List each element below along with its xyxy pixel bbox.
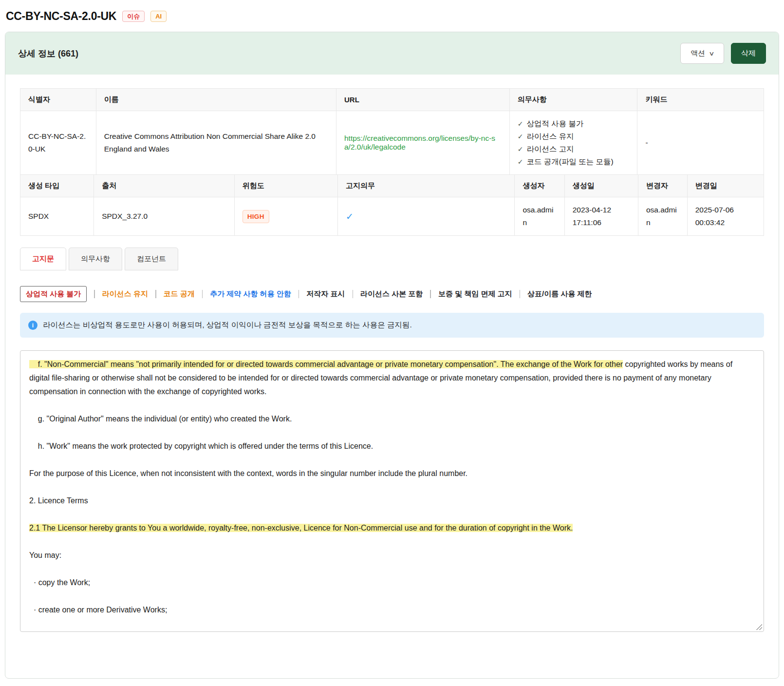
source-cell: SPDX_3.27.0 — [94, 197, 235, 236]
filter-divider — [155, 290, 156, 298]
identifier-cell: CC-BY-NC-SA-2.0-UK — [20, 111, 96, 175]
chevron-down-icon: ∨ — [709, 50, 714, 57]
col-header-name: 이름 — [96, 89, 336, 111]
obligation-item: ✓ 상업적 사용 불가 — [518, 117, 630, 130]
license-paragraph-f: f. "Non-Commercial" means "not primarily… — [29, 358, 755, 399]
creation-type-cell: SPDX — [20, 197, 94, 236]
resize-handle-icon[interactable] — [756, 624, 762, 630]
highlighted-license-text: f. "Non-Commercial" means "not primarily… — [29, 360, 623, 368]
detail-tabs: 고지문 의무사항 컴포넌트 — [20, 248, 764, 270]
tab-obligations[interactable]: 의무사항 — [69, 248, 122, 270]
obligation-item: ✓ 라이선스 유지 — [518, 130, 630, 143]
license-detail-page: CC-BY-NC-SA-2.0-UK 이슈 AI 상세 정보 (661) 액션 … — [0, 0, 784, 684]
panel-body: 식별자 이름 URL 의무사항 키워드 CC-BY-NC-SA-2.0-UK C… — [5, 75, 779, 661]
filter-commercial-use-prohibited[interactable]: 상업적 사용 불가 — [20, 286, 87, 302]
issue-badge[interactable]: 이슈 — [122, 11, 145, 22]
filter-divider — [299, 290, 299, 298]
license-bullet-copy: · copy the Work; — [29, 576, 755, 590]
info-banner: i 라이선스는 비상업적 용도로만 사용이 허용되며, 상업적 이익이나 금전적… — [20, 313, 764, 338]
obligation-label: 코드 공개(파일 또는 모듈) — [526, 155, 613, 168]
filter-divider — [202, 290, 203, 298]
detail-panel: 상세 정보 (661) 액션 ∨ 삭제 식별자 이름 URL — [5, 32, 779, 679]
col-header-creation-type: 생성 타입 — [20, 175, 94, 197]
license-url-link[interactable]: https://creativecommons.org/licenses/by-… — [344, 134, 495, 151]
filter-code-disclosure[interactable]: 코드 공개 — [164, 289, 195, 299]
license-meta-table: 생성 타입 출처 위험도 고지의무 생성자 생성일 변경자 변경일 SPDX S… — [20, 174, 764, 236]
tab-components[interactable]: 컴포넌트 — [125, 248, 178, 270]
col-header-created-at: 생성일 — [564, 175, 638, 197]
col-header-identifier: 식별자 — [20, 89, 96, 111]
meta-table-header-row: 생성 타입 출처 위험도 고지의무 생성자 생성일 변경자 변경일 — [20, 175, 764, 197]
obligation-label: 라이선스 유지 — [526, 130, 574, 143]
col-header-risk: 위험도 — [234, 175, 337, 197]
license-paragraph-h: h. "Work" means the work protected by co… — [29, 439, 755, 453]
page-header: CC-BY-NC-SA-2.0-UK 이슈 AI — [5, 8, 779, 32]
obligation-item: ✓ 라이선스 고지 — [518, 143, 630, 155]
license-info-table: 식별자 이름 URL 의무사항 키워드 CC-BY-NC-SA-2.0-UK C… — [20, 88, 764, 175]
filter-trademark-name-restriction[interactable]: 상표/이름 사용 제한 — [527, 289, 592, 299]
obligations-cell: ✓ 상업적 사용 불가 ✓ 라이선스 유지 ✓ 라이선스 고지 — [509, 111, 637, 175]
ai-badge[interactable]: AI — [150, 11, 167, 22]
panel-section-title: 상세 정보 (661) — [18, 48, 78, 59]
check-icon: ✓ — [518, 155, 523, 168]
creator-cell: osa.admin — [515, 197, 564, 236]
license-paragraph-grant: 2.1 The Licensor hereby grants to You a … — [29, 521, 755, 535]
obligation-filter-bar: 상업적 사용 불가 라이선스 유지 코드 공개 추가 제약 사항 허용 안함 저… — [20, 286, 764, 302]
action-dropdown-button[interactable]: 액션 ∨ — [680, 43, 724, 64]
check-icon: ✓ — [518, 143, 523, 155]
license-paragraph-purpose: For the purpose of this Licence, when no… — [29, 467, 755, 480]
modified-at-cell: 2025-07-06 00:03:42 — [687, 197, 764, 236]
blue-check-icon: ✓ — [346, 211, 354, 222]
license-text-area[interactable]: f. "Non-Commercial" means "not primarily… — [20, 350, 764, 632]
created-at-cell: 2023-04-12 17:11:06 — [564, 197, 638, 236]
col-header-modified-at: 변경일 — [687, 175, 764, 197]
license-paragraph-you-may: You may: — [29, 549, 755, 562]
name-cell: Creative Commons Attribution Non Commerc… — [96, 111, 336, 175]
col-header-keyword: 키워드 — [637, 89, 764, 111]
url-cell: https://creativecommons.org/licenses/by-… — [336, 111, 509, 175]
info-table-row: CC-BY-NC-SA-2.0-UK Creative Commons Attr… — [20, 111, 764, 175]
modifier-cell: osa.admin — [638, 197, 687, 236]
risk-cell: HIGH — [234, 197, 337, 236]
info-icon: i — [28, 321, 37, 330]
filter-license-retention[interactable]: 라이선스 유지 — [102, 289, 148, 299]
obligation-label: 상업적 사용 불가 — [526, 117, 583, 130]
col-header-notice-duty: 고지의무 — [338, 175, 515, 197]
col-header-obligations: 의무사항 — [509, 89, 637, 111]
filter-include-license-copy[interactable]: 라이선스 사본 포함 — [360, 289, 423, 299]
info-table-header-row: 식별자 이름 URL 의무사항 키워드 — [20, 89, 764, 111]
filter-divider — [430, 290, 431, 298]
info-banner-text: 라이선스는 비상업적 용도로만 사용이 허용되며, 상업적 이익이나 금전적 보… — [43, 320, 412, 330]
filter-attribution[interactable]: 저작자 표시 — [306, 289, 345, 299]
license-bullet-derivative: · create one or more Derivative Works; — [29, 603, 755, 617]
panel-header: 상세 정보 (661) 액션 ∨ 삭제 — [5, 32, 779, 75]
filter-divider — [94, 290, 95, 298]
col-header-creator: 생성자 — [515, 175, 564, 197]
risk-high-badge: HIGH — [243, 210, 269, 223]
check-icon: ✓ — [518, 117, 523, 130]
col-header-modifier: 변경자 — [638, 175, 687, 197]
license-paragraph-terms-heading: 2. Licence Terms — [29, 494, 755, 508]
keyword-cell: - — [637, 111, 764, 175]
notice-duty-cell: ✓ — [338, 197, 515, 236]
filter-divider — [520, 290, 521, 298]
filter-no-additional-restrictions[interactable]: 추가 제약 사항 허용 안함 — [210, 289, 291, 299]
action-button-label: 액션 — [691, 49, 705, 58]
meta-table-row: SPDX SPDX_3.27.0 HIGH ✓ osa.admin 2023-0… — [20, 197, 764, 236]
highlighted-license-text: 2.1 The Licensor hereby grants to You a … — [29, 524, 573, 532]
col-header-url: URL — [336, 89, 509, 111]
filter-divider — [353, 290, 354, 298]
license-paragraph-g: g. "Original Author" means the individua… — [29, 412, 755, 426]
col-header-source: 출처 — [94, 175, 235, 197]
check-icon: ✓ — [518, 130, 523, 143]
obligation-label: 라이선스 고지 — [526, 143, 574, 155]
obligation-item: ✓ 코드 공개(파일 또는 모듈) — [518, 155, 630, 168]
filter-warranty-disclaimer-notice[interactable]: 보증 및 책임 면제 고지 — [438, 289, 512, 299]
panel-header-actions: 액션 ∨ 삭제 — [680, 43, 766, 64]
page-title: CC-BY-NC-SA-2.0-UK — [6, 10, 116, 23]
delete-button[interactable]: 삭제 — [731, 43, 766, 64]
tab-notice-text[interactable]: 고지문 — [20, 248, 66, 270]
